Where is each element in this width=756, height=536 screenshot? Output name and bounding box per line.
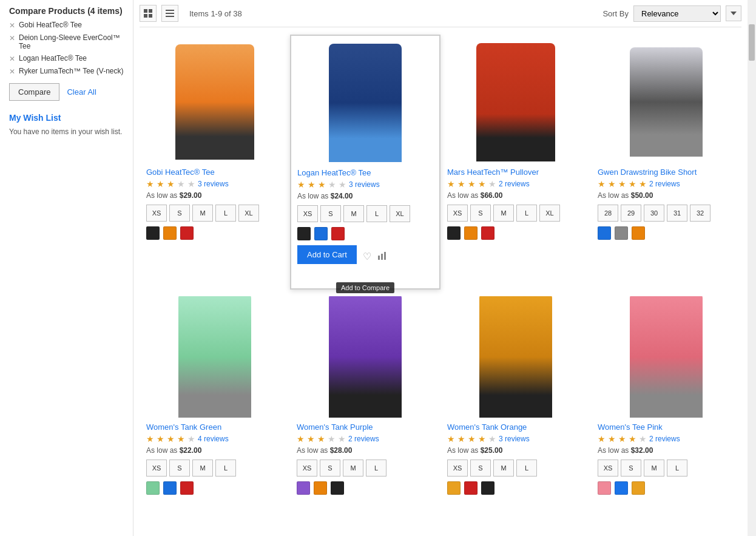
product-card-1[interactable]: Gobi HeatTec® Tee ★ ★ ★ ★ ★ 3 reviews As… <box>140 35 290 290</box>
reviews-link-3[interactable]: 2 reviews <box>499 180 530 188</box>
size-l-5[interactable]: L <box>215 460 236 477</box>
color-orange-1[interactable] <box>163 226 177 240</box>
size-xs-2[interactable]: XS <box>297 205 318 222</box>
color-pink-8[interactable] <box>598 481 611 495</box>
product-name-2[interactable]: Logan HeatTec® Tee <box>297 168 433 177</box>
clear-all-link[interactable]: Clear All <box>67 87 96 97</box>
product-card-6[interactable]: Women's Tank Purple ★ ★ ★ ★ ★ 2 reviews … <box>290 290 440 506</box>
size-m-6[interactable]: M <box>343 460 363 477</box>
size-xs-6[interactable]: XS <box>297 460 317 477</box>
size-xs-8[interactable]: XS <box>598 460 618 477</box>
color-blue-2[interactable] <box>314 227 328 240</box>
product-name-7[interactable]: Women's Tank Orange <box>447 422 584 432</box>
size-31-4[interactable]: 31 <box>667 205 687 222</box>
wishlist-icon-2[interactable]: ♡ <box>363 251 371 262</box>
reviews-link-6[interactable]: 2 reviews <box>348 435 379 443</box>
color-black-1[interactable] <box>146 226 160 240</box>
compare-button[interactable]: Compare <box>9 83 59 101</box>
size-xs-5[interactable]: XS <box>146 460 167 477</box>
size-xl-2[interactable]: XL <box>390 205 410 222</box>
size-m-8[interactable]: M <box>644 460 664 477</box>
color-blue-4[interactable] <box>598 226 611 240</box>
add-to-cart-2[interactable]: Add to Cart <box>297 245 357 264</box>
size-29-4[interactable]: 29 <box>621 205 641 222</box>
sort-select[interactable]: Relevance Price: Low to High Price: High… <box>633 5 721 22</box>
size-28-4[interactable]: 28 <box>598 205 618 222</box>
color-black-7[interactable] <box>481 481 494 495</box>
color-red-3[interactable] <box>481 226 494 240</box>
scrollbar[interactable] <box>748 0 756 536</box>
size-m-3[interactable]: M <box>493 205 514 222</box>
product-name-4[interactable]: Gwen Drawstring Bike Short <box>598 168 735 177</box>
scrollbar-thumb[interactable] <box>749 24 755 61</box>
reviews-link-2[interactable]: 3 reviews <box>349 180 380 189</box>
product-name-5[interactable]: Women's Tank Green <box>146 422 283 432</box>
size-xl-1[interactable]: XL <box>238 205 259 222</box>
size-30-4[interactable]: 30 <box>644 205 664 222</box>
remove-item-4-icon[interactable]: ✕ <box>9 67 15 76</box>
size-32-4[interactable]: 32 <box>690 205 710 222</box>
color-red-1[interactable] <box>180 226 194 240</box>
size-s-2[interactable]: S <box>320 205 341 222</box>
product-card-4[interactable]: Gwen Drawstring Bike Short ★ ★ ★ ★ ★ 2 r… <box>591 35 741 290</box>
sort-direction-button[interactable] <box>726 5 741 21</box>
color-black-3[interactable] <box>447 226 461 240</box>
color-orange-3[interactable] <box>464 226 478 240</box>
list-view-icon[interactable] <box>161 5 178 22</box>
color-orange-8[interactable] <box>632 481 645 495</box>
product-card-5[interactable]: Women's Tank Green ★ ★ ★ ★ ★ 4 reviews A… <box>140 290 290 506</box>
color-gray-4[interactable] <box>615 226 628 240</box>
size-l-1[interactable]: L <box>215 205 236 222</box>
size-s-6[interactable]: S <box>320 460 340 477</box>
product-name-1[interactable]: Gobi HeatTec® Tee <box>146 168 283 177</box>
size-l-2[interactable]: L <box>366 205 387 222</box>
color-green-5[interactable] <box>146 481 160 495</box>
reviews-link-4[interactable]: 2 reviews <box>649 180 680 188</box>
size-s-1[interactable]: S <box>169 205 190 222</box>
color-blue-8[interactable] <box>615 481 628 495</box>
size-l-8[interactable]: L <box>667 460 687 477</box>
product-card-2[interactable]: Logan HeatTec® Tee ★ ★ ★ ★ ★ 3 reviews A… <box>290 35 440 290</box>
color-purple-6[interactable] <box>297 481 310 495</box>
compare-chart-icon-2[interactable] <box>377 251 387 263</box>
size-l-7[interactable]: L <box>516 460 537 477</box>
color-red-7[interactable] <box>464 481 478 495</box>
size-s-8[interactable]: S <box>621 460 641 477</box>
product-name-3[interactable]: Mars HeatTech™ Pullover <box>447 168 584 177</box>
size-s-3[interactable]: S <box>470 205 491 222</box>
product-name-6[interactable]: Women's Tank Purple <box>297 422 434 432</box>
color-black-2[interactable] <box>297 227 311 240</box>
size-s-5[interactable]: S <box>169 460 190 477</box>
size-l-3[interactable]: L <box>516 205 537 222</box>
reviews-link-8[interactable]: 2 reviews <box>649 435 680 443</box>
size-xs-1[interactable]: XS <box>146 205 167 222</box>
remove-item-3-icon[interactable]: ✕ <box>9 55 15 63</box>
reviews-link-7[interactable]: 3 reviews <box>499 435 530 443</box>
reviews-link-5[interactable]: 4 reviews <box>198 435 229 443</box>
size-s-7[interactable]: S <box>470 460 491 477</box>
remove-item-1-icon[interactable]: ✕ <box>9 21 15 30</box>
add-to-compare-tooltip[interactable]: Add to Compare <box>336 282 394 293</box>
product-card-8[interactable]: Women's Tee Pink ★ ★ ★ ★ ★ 2 reviews As … <box>591 290 741 506</box>
product-card-7[interactable]: Women's Tank Orange ★ ★ ★ ★ ★ 3 reviews … <box>440 290 591 506</box>
color-red-5[interactable] <box>180 481 194 495</box>
product-name-8[interactable]: Women's Tee Pink <box>598 422 735 432</box>
color-orange-6[interactable] <box>314 481 327 495</box>
color-orange-4[interactable] <box>632 226 645 240</box>
size-m-1[interactable]: M <box>192 205 213 222</box>
size-m-5[interactable]: M <box>192 460 213 477</box>
size-xl-3[interactable]: XL <box>539 205 560 222</box>
color-blue-5[interactable] <box>163 481 177 495</box>
remove-item-2-icon[interactable]: ✕ <box>9 34 15 42</box>
size-xs-3[interactable]: XS <box>447 205 468 222</box>
size-l-6[interactable]: L <box>366 460 386 477</box>
size-m-2[interactable]: M <box>343 205 364 222</box>
grid-view-icon[interactable] <box>140 5 157 22</box>
color-red-2[interactable] <box>331 227 345 240</box>
size-m-7[interactable]: M <box>493 460 514 477</box>
color-black-6[interactable] <box>331 481 344 495</box>
size-xs-7[interactable]: XS <box>447 460 468 477</box>
product-card-3[interactable]: Mars HeatTech™ Pullover ★ ★ ★ ★ ★ 2 revi… <box>440 35 591 290</box>
reviews-link-1[interactable]: 3 reviews <box>198 180 229 188</box>
color-orange-7[interactable] <box>447 481 461 495</box>
